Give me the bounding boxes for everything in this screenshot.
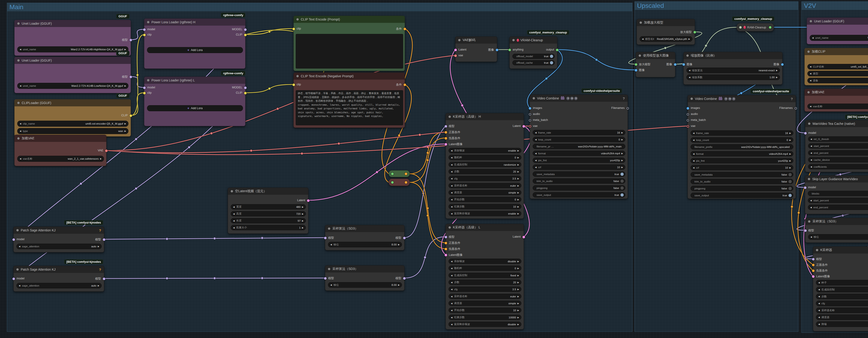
increment-arrow-icon[interactable]: ▶	[518, 149, 519, 152]
collapsed-input-dot[interactable]	[391, 173, 394, 175]
widget-node[interactable]: ◀开始步数0▶	[448, 197, 521, 202]
widget-blocks[interactable]: blocks9	[808, 191, 868, 196]
decrement-arrow-icon[interactable]: ◀	[330, 244, 332, 246]
decrement-arrow-icon[interactable]: ◀	[233, 206, 235, 208]
node-k[interactable]: K采样器模型正面条件负面条件Latent图像◀种子▶◀生成后控制▶◀步数▶◀cf…	[813, 246, 868, 331]
increment-arrow-icon[interactable]: ▶	[621, 166, 623, 168]
widget-offload-model[interactable]: offload_modeltrue	[513, 54, 555, 59]
increment-arrow-icon[interactable]: ▶	[518, 192, 519, 194]
node-unet-loader-gguf[interactable]: Unet Loader (GGUF)模型◀unet_nameWan2.2-T2V…	[14, 20, 131, 56]
node-ram-cleanup[interactable]: RAM-Cleanup	[737, 23, 774, 31]
decrement-arrow-icon[interactable]: ◀	[451, 295, 453, 298]
decrement-arrow-icon[interactable]: ◀	[451, 323, 453, 326]
widget-end-percent[interactable]: ◀end_percent1.000▶	[808, 150, 868, 156]
prompt-textarea[interactable]: 静态，细节模糊不清，字幕，风格，作品，画作，画面，静止，整体发灰，最差质量，低质…	[296, 90, 403, 125]
widget-start-percent[interactable]: ◀start_percent0.100▶	[808, 198, 868, 203]
widget-node[interactable]: ◀批量大小1▶	[231, 225, 306, 230]
increment-arrow-icon[interactable]: ▶	[518, 309, 519, 311]
node-latent[interactable]: 空Latent视频（混元）Latent◀宽度480▶◀高度720▶◀长度97▶◀…	[228, 188, 308, 234]
widget-node[interactable]: ◀移位8.00▶	[328, 282, 402, 288]
increment-arrow-icon[interactable]: ▶	[518, 177, 519, 180]
widget-crf[interactable]: ◀crf10▶	[533, 165, 625, 170]
decrement-arrow-icon[interactable]: ◀	[818, 316, 820, 318]
widget-node[interactable]: ◀采样器名称uni_pc▶	[816, 308, 868, 313]
increment-arrow-icon[interactable]: ▶	[518, 213, 519, 215]
node-header[interactable]: Unet Loader (GGUF)	[14, 57, 131, 64]
node-clip-text-encode-prompt[interactable]: CLIP Text Encode (Prompt)clip条件	[293, 16, 405, 71]
node-sd3[interactable]: 采样算法（SD3）模型模型◀移位8.00▶	[325, 225, 404, 250]
node-header[interactable]: Power Lora Loader (rgthree) H	[144, 19, 245, 26]
decrement-arrow-icon[interactable]: ◀	[19, 245, 20, 248]
node-vram-cleanup[interactable]: VRAM-Cleanupanythingoutputoffload_modelt…	[509, 36, 557, 69]
widget-node[interactable]: ◀生成后控制▶	[816, 287, 868, 292]
node-header[interactable]: 加载放大模型	[637, 19, 695, 26]
node-header[interactable]: Unet Loader (GGUF)	[14, 20, 131, 27]
widget-pix-fmt[interactable]: ◀pix_fmtyuv420p▶	[690, 158, 793, 163]
node-power-lora-loader-rgthree-h[interactable]: Power Lora Loader (rgthree) HmodelclipMO…	[144, 19, 245, 69]
increment-arrow-icon[interactable]: ▶	[518, 185, 519, 187]
widget-crf[interactable]: ◀crf10▶	[690, 165, 793, 170]
widget-cfg[interactable]: ◀cfg▶	[816, 301, 868, 306]
node-header[interactable]: CLIP Text Encode (Prompt)	[293, 16, 405, 23]
widget-node[interactable]: ◀采样器名称euler▶	[448, 183, 521, 188]
widget-node[interactable]: ◀返回剩余噪波disable▶	[448, 321, 521, 327]
node-header[interactable]: Unet Loader (GGUF)	[807, 18, 868, 25]
prompt-textarea[interactable]	[296, 34, 403, 68]
decrement-arrow-icon[interactable]: ◀	[818, 288, 820, 291]
widget-node[interactable]: ◀随机种0▶	[448, 265, 521, 271]
decrement-arrow-icon[interactable]: ◀	[810, 138, 812, 140]
widget-format[interactable]: ◀formatvideo/h264-mp4▶	[690, 151, 793, 157]
node-wanvideo-tea-cache-native[interactable]: WanVideo Tea Cache (native)model◀rel_l1_…	[805, 120, 868, 172]
increment-arrow-icon[interactable]: ▶	[789, 139, 791, 141]
toggle-knob[interactable]	[620, 187, 624, 190]
widget-frame-rate[interactable]: ◀frame_rate16▶	[690, 130, 793, 136]
node-power-lora-loader-rgthree-l[interactable]: Power Lora Loader (rgthree) LmodelclipMO…	[144, 77, 245, 126]
decrement-arrow-icon[interactable]: ◀	[535, 166, 536, 168]
comfyui-graph-canvas[interactable]: MainUpscaledV2V Unet Loader (GGUF)模型◀une…	[0, 0, 868, 338]
node-header[interactable]: VAE解码	[456, 37, 497, 44]
widget-coefficients[interactable]: ◀coefficientstrue▶	[808, 164, 868, 169]
increment-arrow-icon[interactable]: ▶	[518, 316, 519, 319]
widget-node[interactable]: ◀移位8.00▶	[328, 242, 402, 247]
decrement-arrow-icon[interactable]: ◀	[20, 122, 21, 125]
node-header[interactable]: K采样器（高级） L	[446, 224, 524, 231]
toggle-knob[interactable]	[620, 193, 624, 197]
toggle-knob[interactable]	[550, 55, 553, 58]
toggle-knob[interactable]	[788, 180, 792, 183]
node-header[interactable]: 使用模型放大图像	[636, 52, 675, 59]
widget-node[interactable]: ◀步数▶	[816, 294, 868, 299]
decrement-arrow-icon[interactable]: ◀	[693, 132, 694, 134]
increment-arrow-icon[interactable]: ▶	[124, 85, 126, 87]
increment-arrow-icon[interactable]: ▶	[302, 213, 304, 215]
decrement-arrow-icon[interactable]: ◀	[451, 185, 453, 187]
widget-vae[interactable]: ◀vae名称wan_2_1_vae.safetensors▶	[17, 156, 104, 162]
decrement-arrow-icon[interactable]: ◀	[451, 302, 453, 305]
increment-arrow-icon[interactable]: ▶	[621, 138, 623, 141]
widget-node[interactable]: ◀移位5.00▶	[808, 234, 868, 240]
node-patch-sage-attention-kj[interactable]: Patch Sage Attention KJ?model模型◀sage_att…	[13, 266, 104, 292]
node-sd3[interactable]: 采样算法（SD3）模型模型◀移位5.00▶	[805, 218, 868, 243]
collapsed-output-dot[interactable]	[405, 181, 407, 184]
increment-arrow-icon[interactable]: ▶	[518, 267, 519, 270]
widget-end-percent[interactable]: ◀end_percent1.000▶	[808, 205, 868, 210]
widget-node[interactable]: ◀长度97▶	[231, 218, 306, 223]
increment-arrow-icon[interactable]: ▶	[789, 153, 791, 155]
node-header[interactable]: 空Latent视频（混元）	[228, 188, 308, 195]
increment-arrow-icon[interactable]: ▶	[302, 220, 304, 222]
decrement-arrow-icon[interactable]: ◀	[693, 139, 694, 141]
widget-pix-fmt[interactable]: ◀pix_fmtyuv420p▶	[533, 158, 625, 163]
increment-arrow-icon[interactable]: ▶	[100, 158, 102, 160]
node-header[interactable]: Patch Sage Attention KJ?	[13, 227, 104, 234]
increment-arrow-icon[interactable]: ▶	[789, 160, 791, 162]
increment-arrow-icon[interactable]: ▶	[302, 227, 304, 229]
increment-arrow-icon[interactable]: ▶	[98, 245, 99, 248]
widget-node[interactable]: ◀随机种0▶	[448, 155, 521, 160]
node-clip-text-encode-negative-prompt[interactable]: CLIP Text Encode (Negative Prompt)clip条件…	[293, 73, 405, 128]
widget-pingpong[interactable]: pingpongfalse	[533, 185, 625, 191]
decrement-arrow-icon[interactable]: ◀	[810, 166, 812, 168]
widget-save-output[interactable]: save_outputtrue	[533, 192, 625, 197]
decrement-arrow-icon[interactable]: ◀	[451, 281, 453, 284]
increment-arrow-icon[interactable]: ▶	[518, 288, 519, 290]
decrement-arrow-icon[interactable]: ◀	[693, 153, 694, 155]
decrement-arrow-icon[interactable]: ◀	[810, 236, 812, 238]
